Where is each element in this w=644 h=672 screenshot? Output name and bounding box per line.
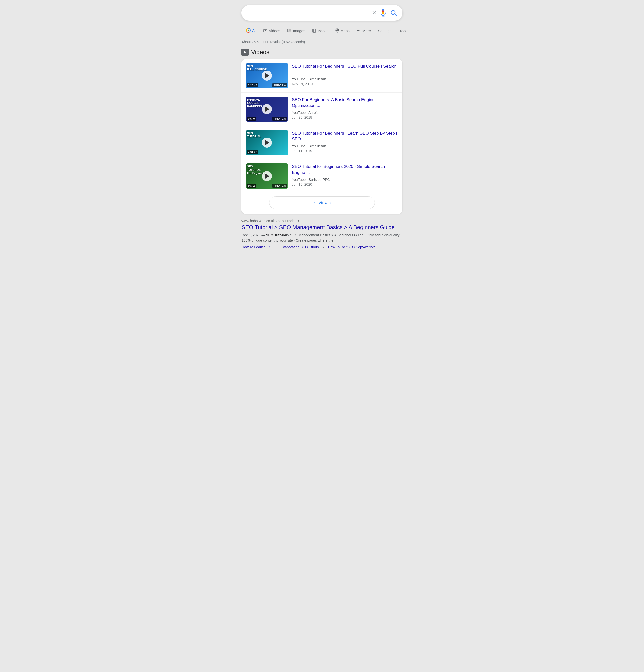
- videos-section-icon: [241, 49, 249, 56]
- tab-images[interactable]: Images: [284, 26, 309, 36]
- view-all-button[interactable]: → View all: [269, 196, 375, 209]
- video-title-4[interactable]: SEO Tutorial for Beginners 2020 - Simple…: [292, 164, 398, 176]
- more-tab-icon: [357, 29, 361, 33]
- tab-videos-label: Videos: [269, 29, 281, 33]
- view-all-arrow-icon: →: [312, 200, 316, 205]
- microphone-icon: [380, 9, 386, 17]
- video-info-1: SEO Tutorial For Beginners | SEO Full Co…: [292, 63, 398, 86]
- video-info-4: SEO Tutorial for Beginners 2020 - Simple…: [292, 164, 398, 187]
- snippet-date: Dec 1, 2020: [241, 233, 261, 237]
- tab-books[interactable]: Books: [309, 26, 332, 36]
- search-button[interactable]: [390, 9, 397, 16]
- play-button-3[interactable]: [262, 137, 272, 148]
- search-bar: seo tutorial ✕: [241, 5, 403, 21]
- play-section-icon: [243, 50, 247, 54]
- videos-tab-icon: [263, 29, 267, 33]
- svg-point-6: [391, 10, 395, 14]
- video-date-4: Jun 16, 2020: [292, 182, 398, 187]
- video-thumb-1[interactable]: SEOFULL COURSE 8:26:47 PREVIEW: [246, 63, 288, 88]
- web-result-1: www.hobo-web.co.uk › seo-tutorial ▼ SEO …: [241, 219, 403, 249]
- video-thumb-4[interactable]: SEOTUTORIALFor Beginners 50:42 PREVIEW: [246, 164, 288, 189]
- video-item-3: SEOTUTORIAL 2:31:22 SEO Tutorial For Beg…: [241, 126, 403, 159]
- video-duration-3: 2:31:22: [247, 150, 258, 154]
- video-title-1[interactable]: SEO Tutorial For Beginners | SEO Full Co…: [292, 64, 398, 75]
- video-title-2[interactable]: SEO For Beginners: A Basic Search Engine…: [292, 97, 398, 109]
- web-result-dropdown-icon[interactable]: ▼: [297, 219, 300, 223]
- video-date-3: Jan 11, 2019: [292, 149, 398, 153]
- svg-point-21: [359, 31, 360, 31]
- snippet-rest: > SEO Management Basics > A Beginners Gu…: [241, 233, 400, 242]
- svg-rect-1: [382, 9, 384, 11]
- svg-point-20: [358, 31, 359, 31]
- web-result-links: How To Learn SEO · Evaporating SEO Effor…: [241, 245, 403, 249]
- web-result-link-1[interactable]: How To Learn SEO: [241, 245, 272, 249]
- video-duration-4: 50:42: [247, 183, 256, 188]
- video-thumb-3[interactable]: SEOTUTORIAL 2:31:22: [246, 130, 288, 155]
- tab-tools-label: Tools: [399, 29, 408, 33]
- svg-rect-13: [287, 29, 289, 31]
- videos-card: SEOFULL COURSE 8:26:47 PREVIEW SEO Tutor…: [241, 59, 403, 214]
- video-duration-1: 8:26:47: [247, 83, 258, 87]
- results-count: About 75,500,000 results (0.62 seconds): [241, 40, 403, 44]
- video-info-3: SEO Tutorial For Beginners | Learn SEO S…: [292, 130, 398, 153]
- tab-tools[interactable]: Tools: [396, 26, 412, 36]
- video-source-2: YouTube · Ahrefs: [292, 111, 398, 115]
- search-input[interactable]: seo tutorial: [247, 10, 372, 16]
- web-result-link-3[interactable]: How To Do "SEO Copywriting": [328, 245, 375, 249]
- link-sep-2: ·: [323, 245, 324, 249]
- preview-badge-1: PREVIEW: [272, 84, 287, 87]
- video-thumb-2[interactable]: IMPROVEGOOGLERANKINGS 19:40 PREVIEW: [246, 97, 288, 122]
- play-button-1[interactable]: [262, 71, 272, 81]
- play-triangle-3: [265, 140, 270, 145]
- video-duration-2: 19:40: [247, 117, 256, 121]
- search-tabs: All Videos Images Books: [241, 25, 403, 36]
- tab-maps[interactable]: Maps: [332, 25, 353, 36]
- thumb-text-2: IMPROVEGOOGLERANKINGS: [247, 98, 262, 108]
- tab-more-label: More: [362, 29, 371, 33]
- video-item-4: SEOTUTORIALFor Beginners 50:42 PREVIEW S…: [241, 159, 403, 193]
- svg-marker-11: [265, 30, 266, 32]
- tab-all[interactable]: All: [242, 25, 260, 36]
- video-source-3: YouTube · Simplilearn: [292, 144, 398, 148]
- svg-rect-2: [382, 11, 384, 12]
- video-date-1: Nov 19, 2019: [292, 82, 398, 86]
- video-source-1: YouTube · Simplilearn: [292, 77, 398, 81]
- play-triangle-2: [265, 107, 270, 112]
- svg-marker-23: [244, 51, 246, 53]
- images-tab-icon: [287, 29, 291, 33]
- svg-rect-16: [313, 29, 316, 33]
- preview-badge-2: PREVIEW: [272, 117, 287, 121]
- play-button-2[interactable]: [262, 104, 272, 114]
- tab-settings[interactable]: Settings: [374, 26, 395, 36]
- web-result-url-row: www.hobo-web.co.uk › seo-tutorial ▼: [241, 219, 403, 223]
- play-triangle-1: [265, 73, 270, 78]
- svg-line-7: [395, 14, 397, 16]
- web-result-url: www.hobo-web.co.uk › seo-tutorial: [241, 219, 295, 223]
- svg-point-18: [337, 30, 338, 31]
- web-result-link-2[interactable]: Evaporating SEO Efforts: [281, 245, 319, 249]
- books-tab-icon: [312, 29, 316, 33]
- tab-more[interactable]: More: [353, 26, 374, 36]
- web-result-title[interactable]: SEO Tutorial > SEO Management Basics > A…: [241, 224, 403, 231]
- video-date-2: Jun 25, 2018: [292, 116, 398, 119]
- tab-videos[interactable]: Videos: [260, 26, 284, 36]
- snippet-bold: SEO Tutorial: [266, 233, 287, 237]
- video-info-2: SEO For Beginners: A Basic Search Engine…: [292, 97, 398, 119]
- video-source-4: YouTube · Surfside PPC: [292, 178, 398, 182]
- svg-point-19: [357, 31, 358, 31]
- view-all-label: View all: [319, 201, 333, 205]
- video-item-1: SEOFULL COURSE 8:26:47 PREVIEW SEO Tutor…: [241, 59, 403, 93]
- thumb-text-4: SEOTUTORIALFor Beginners: [247, 165, 266, 175]
- tab-images-label: Images: [293, 29, 305, 33]
- svg-rect-15: [287, 31, 291, 32]
- google-icon: [246, 28, 251, 33]
- preview-badge-4: PREVIEW: [272, 184, 287, 188]
- view-all-container: → View all: [241, 193, 403, 214]
- clear-button[interactable]: ✕: [372, 10, 376, 16]
- voice-search-button[interactable]: [380, 9, 386, 17]
- thumb-text-1: SEOFULL COURSE: [247, 65, 267, 71]
- video-title-3[interactable]: SEO Tutorial For Beginners | Learn SEO S…: [292, 131, 398, 142]
- web-result-snippet: Dec 1, 2020 — SEO Tutorial> SEO Manageme…: [241, 233, 403, 243]
- link-sep-1: ·: [276, 245, 277, 249]
- videos-section-title: Videos: [251, 49, 270, 56]
